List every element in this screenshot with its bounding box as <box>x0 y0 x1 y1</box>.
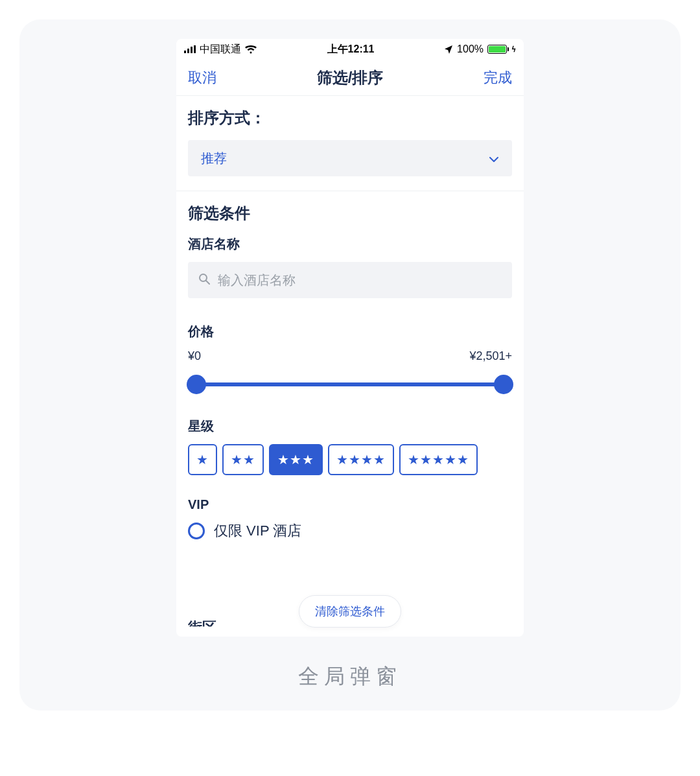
chevron-down-icon <box>489 153 499 163</box>
hotel-name-label: 酒店名称 <box>188 235 512 253</box>
nav-bar: 取消 筛选/排序 完成 <box>176 60 524 96</box>
example-caption: 全局弹窗 <box>298 663 402 691</box>
svg-rect-3 <box>194 45 196 53</box>
svg-rect-2 <box>191 47 192 53</box>
svg-rect-0 <box>184 51 186 53</box>
vip-option-label: 仅限 VIP 酒店 <box>214 521 301 541</box>
star-option-5[interactable]: ★★★★★ <box>399 444 478 475</box>
star-option-2[interactable]: ★★ <box>222 444 264 475</box>
svg-line-5 <box>206 281 209 284</box>
hotel-name-input[interactable] <box>218 273 502 288</box>
wifi-icon <box>245 45 257 54</box>
filter-heading: 筛选条件 <box>188 203 512 224</box>
page-title: 筛选/排序 <box>317 67 384 88</box>
charging-icon: ϟ <box>511 45 516 54</box>
stars-row: ★ ★★ ★★★ ★★★★ ★★★★★ <box>188 444 512 475</box>
price-min: ¥0 <box>188 349 201 363</box>
star-option-4[interactable]: ★★★★ <box>328 444 394 475</box>
location-arrow-icon <box>445 45 453 54</box>
star-option-3[interactable]: ★★★ <box>269 444 323 475</box>
battery-percent: 100% <box>457 43 484 55</box>
slider-track <box>188 382 512 386</box>
svg-rect-1 <box>187 49 189 53</box>
price-range-labels: ¥0 ¥2,501+ <box>188 349 512 363</box>
search-icon <box>198 273 210 287</box>
phone-frame: 中国联通 上午12:11 100% ϟ 取消 筛选/排序 完成 <box>176 39 524 637</box>
price-slider[interactable] <box>188 372 512 395</box>
radio-unchecked-icon <box>188 523 205 539</box>
example-card: 中国联通 上午12:11 100% ϟ 取消 筛选/排序 完成 <box>19 19 681 711</box>
sort-value: 推荐 <box>201 150 227 167</box>
price-label: 价格 <box>188 323 512 340</box>
next-section-truncated: 街区 <box>188 618 216 637</box>
done-button[interactable]: 完成 <box>484 68 512 88</box>
filter-body: 排序方式： 推荐 筛选条件 酒店名称 <box>176 96 524 637</box>
sort-heading: 排序方式： <box>188 108 512 128</box>
star-option-1[interactable]: ★ <box>188 444 217 475</box>
battery-icon <box>487 45 507 54</box>
stars-label: 星级 <box>188 417 512 435</box>
status-bar: 中国联通 上午12:11 100% ϟ <box>176 39 524 60</box>
carrier-label: 中国联通 <box>200 43 241 56</box>
signal-icon <box>184 45 196 53</box>
filter-section: 筛选条件 酒店名称 价格 ¥0 ¥2,501+ <box>176 191 524 541</box>
slider-thumb-min[interactable] <box>187 375 206 394</box>
slider-thumb-max[interactable] <box>494 375 513 394</box>
status-time: 上午12:11 <box>327 43 375 56</box>
clear-filters-button[interactable]: 清除筛选条件 <box>299 595 401 628</box>
vip-radio-row[interactable]: 仅限 VIP 酒店 <box>188 521 512 541</box>
vip-label: VIP <box>188 497 512 512</box>
hotel-name-search[interactable] <box>188 262 512 298</box>
cancel-button[interactable]: 取消 <box>188 68 216 88</box>
price-max: ¥2,501+ <box>469 349 512 363</box>
sort-section: 排序方式： 推荐 <box>176 96 524 176</box>
sort-dropdown[interactable]: 推荐 <box>188 140 512 176</box>
